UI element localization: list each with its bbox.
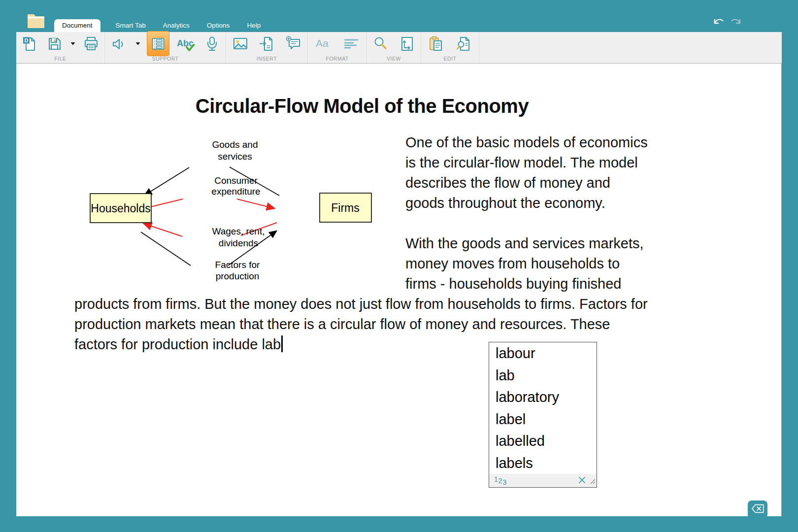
undo-redo-group xyxy=(711,15,743,29)
circular-flow-diagram: Households Firms Goods and services Cons… xyxy=(74,133,399,289)
menu-tab-bar: Document Smart Tab Analytics Options Hel… xyxy=(54,19,263,32)
save-dropdown-button[interactable] xyxy=(70,33,76,55)
undo-button[interactable] xyxy=(711,15,725,29)
toolbar: D xyxy=(16,32,782,64)
svg-text:D: D xyxy=(25,37,29,43)
page-layout-button[interactable] xyxy=(397,33,417,55)
svg-text:3: 3 xyxy=(154,46,156,49)
toolbar-group-file: D xyxy=(16,32,105,63)
paragraph-1-text: One of the basic models of economics is … xyxy=(405,134,648,211)
picture-icon xyxy=(232,35,249,53)
tab-document[interactable]: Document xyxy=(54,19,100,32)
chevron-down-icon xyxy=(70,42,75,46)
paste-button[interactable] xyxy=(425,33,447,55)
page-layout-icon xyxy=(398,35,416,53)
undo-icon xyxy=(712,15,725,28)
save-icon xyxy=(46,35,64,53)
toolbar-group-label-format: FORMAT xyxy=(308,56,366,62)
document-title: Circular-Flow Model of the Economy xyxy=(74,64,650,118)
magnifier-icon xyxy=(372,35,390,53)
toolbar-spacer xyxy=(479,32,782,63)
consumer-expenditure-arrow-to-firms xyxy=(237,199,274,208)
toolbar-group-label-insert: INSERT xyxy=(226,56,307,62)
tab-options[interactable]: Options xyxy=(205,19,232,32)
svg-text:1: 1 xyxy=(154,39,156,42)
popup-resize-grip[interactable] xyxy=(590,478,596,487)
align-icon xyxy=(342,35,360,53)
prediction-close-button[interactable] xyxy=(578,476,586,486)
svg-text:Aa: Aa xyxy=(316,37,329,49)
backspace-button[interactable] xyxy=(748,500,767,516)
circular-flow-diagram-image[interactable]: Households Firms Goods and services Cons… xyxy=(74,133,405,286)
redo-button[interactable] xyxy=(729,15,743,29)
backspace-icon xyxy=(751,504,765,513)
print-button[interactable] xyxy=(82,33,100,55)
clipboard-paste-icon xyxy=(427,35,445,53)
app-window: Document Smart Tab Analytics Options Hel… xyxy=(0,0,798,532)
document-body: Households Firms Goods and services Cons… xyxy=(74,133,650,355)
spellcheck-icon: Abc xyxy=(176,35,196,53)
word-prediction-icon: 1 2 3 xyxy=(150,35,166,52)
new-document-icon: D xyxy=(21,35,38,53)
prediction-numbers-toggle[interactable]: 123 xyxy=(494,477,507,484)
toolbar-group-label-support: SUPPORT xyxy=(105,56,226,62)
find-replace-button[interactable] xyxy=(453,33,475,55)
insert-picture-button[interactable] xyxy=(230,33,251,55)
speaker-icon xyxy=(110,35,128,53)
paragraph-align-button[interactable] xyxy=(340,33,363,55)
prediction-word-list: labour lab laboratory label labelled lab… xyxy=(489,342,597,474)
comment-icon xyxy=(284,35,302,53)
digit-1: 1 xyxy=(494,475,499,483)
digit-3: 3 xyxy=(503,478,507,486)
tab-help[interactable]: Help xyxy=(245,19,263,32)
speak-dropdown-button[interactable] xyxy=(135,33,141,55)
prediction-word-6[interactable]: labels xyxy=(496,452,597,474)
spellcheck-button[interactable]: Abc xyxy=(175,33,196,55)
factors-arrow-from-households xyxy=(141,232,191,266)
word-prediction-popup: labour lab laboratory label labelled lab… xyxy=(489,342,597,488)
prediction-word-1[interactable]: labour xyxy=(496,342,597,365)
toolbar-group-label-view: VIEW xyxy=(367,56,421,62)
digit-2: 2 xyxy=(499,477,503,485)
svg-text:2: 2 xyxy=(154,42,156,46)
prediction-word-5[interactable]: labelled xyxy=(496,430,597,452)
font-icon: Aa xyxy=(314,35,332,53)
word-prediction-button[interactable]: 1 2 3 xyxy=(147,31,169,56)
prediction-word-2[interactable]: lab xyxy=(496,365,597,387)
wages-label-line2: dividends xyxy=(219,238,258,248)
tab-smart-tab[interactable]: Smart Tab xyxy=(114,19,148,32)
speak-button[interactable] xyxy=(109,33,129,55)
insert-page-icon xyxy=(258,35,276,53)
toolbar-group-view: VIEW xyxy=(367,32,421,63)
factors-label-line1: Factors for xyxy=(215,260,260,270)
document-page[interactable]: Circular-Flow Model of the Economy xyxy=(16,64,782,516)
consumer-label-line2: expenditure xyxy=(211,186,260,197)
save-button[interactable] xyxy=(45,33,64,55)
new-document-button[interactable]: D xyxy=(20,33,39,55)
wages-arrow-to-households xyxy=(144,224,182,236)
toolbar-group-format: Aa FORMAT xyxy=(308,32,367,63)
microphone-icon xyxy=(203,35,221,53)
toolbar-group-insert: INSERT xyxy=(226,32,308,63)
redo-icon xyxy=(730,15,743,28)
prediction-word-4[interactable]: label xyxy=(496,408,597,431)
close-icon xyxy=(578,476,586,484)
prediction-word-3[interactable]: laboratory xyxy=(496,386,597,408)
zoom-button[interactable] xyxy=(371,33,391,55)
households-box-label: Households xyxy=(91,202,150,215)
toolbar-group-label-edit: EDIT xyxy=(421,56,479,62)
text-cursor xyxy=(281,335,283,352)
chevron-down-icon xyxy=(135,42,140,46)
toolbar-group-edit: EDIT xyxy=(421,32,479,63)
font-button[interactable]: Aa xyxy=(312,33,334,55)
titlebar: Document Smart Tab Analytics Options Hel… xyxy=(0,0,798,32)
find-in-document-icon xyxy=(455,35,473,53)
goods-label-line2: services xyxy=(218,151,252,162)
dictation-button[interactable] xyxy=(201,33,222,55)
insert-comment-button[interactable] xyxy=(283,33,303,55)
app-folder-icon xyxy=(27,13,45,31)
toolbar-group-label-file: FILE xyxy=(16,56,104,62)
insert-page-button[interactable] xyxy=(257,33,277,55)
tab-analytics[interactable]: Analytics xyxy=(161,19,192,32)
wages-label-line1: Wages, rent, xyxy=(212,226,265,236)
